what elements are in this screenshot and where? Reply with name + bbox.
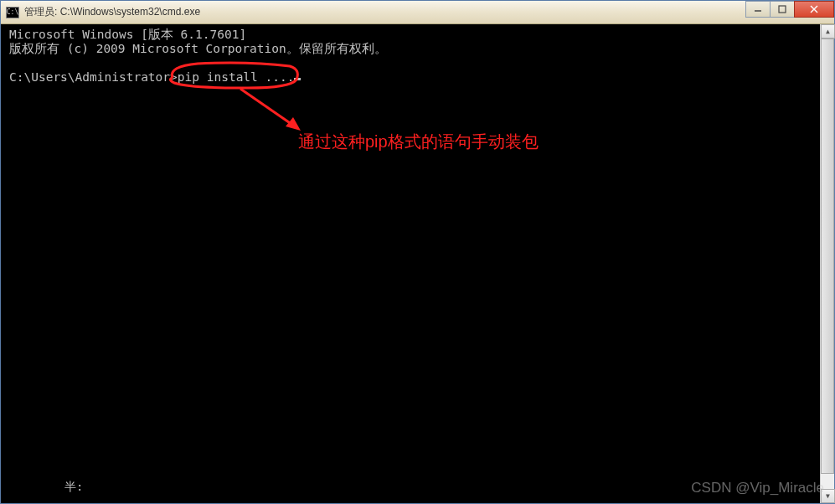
cmd-window: C:\ 管理员: C:\Windows\system32\cmd.exe Mic…: [0, 0, 835, 504]
close-icon: [809, 5, 819, 13]
minimize-icon: [754, 5, 762, 13]
window-title: 管理员: C:\Windows\system32\cmd.exe: [24, 5, 200, 19]
scroll-up-button[interactable]: ▲: [821, 24, 835, 39]
close-button[interactable]: [794, 1, 834, 18]
terminal-line: [9, 56, 826, 70]
prompt: C:\Users\Administrator>: [9, 70, 178, 84]
command-text: pip install ....: [178, 70, 295, 84]
cmd-icon: C:\: [6, 7, 19, 18]
terminal-area[interactable]: Microsoft Windows [版本 6.1.7601] 版权所有 (c)…: [6, 26, 829, 498]
footer-text: 半:: [64, 480, 83, 495]
scroll-thumb[interactable]: [821, 39, 834, 474]
titlebar[interactable]: C:\ 管理员: C:\Windows\system32\cmd.exe: [1, 1, 834, 24]
terminal-line: 版权所有 (c) 2009 Microsoft Corporation。保留所有…: [9, 42, 826, 56]
watermark: CSDN @Vip_Miracle: [691, 480, 824, 496]
vertical-scrollbar[interactable]: ▲ ▼: [820, 24, 834, 503]
maximize-button[interactable]: [770, 1, 795, 18]
window-controls: [746, 1, 834, 18]
terminal-line: Microsoft Windows [版本 6.1.7601]: [9, 28, 826, 42]
maximize-icon: [778, 5, 786, 13]
cursor: [294, 78, 301, 80]
minimize-button[interactable]: [745, 1, 771, 18]
terminal-prompt-line: C:\Users\Administrator>pip install ....: [9, 70, 826, 85]
svg-rect-1: [779, 6, 786, 13]
annotation-text: 通过这种pip格式的语句手动装包: [298, 131, 539, 153]
